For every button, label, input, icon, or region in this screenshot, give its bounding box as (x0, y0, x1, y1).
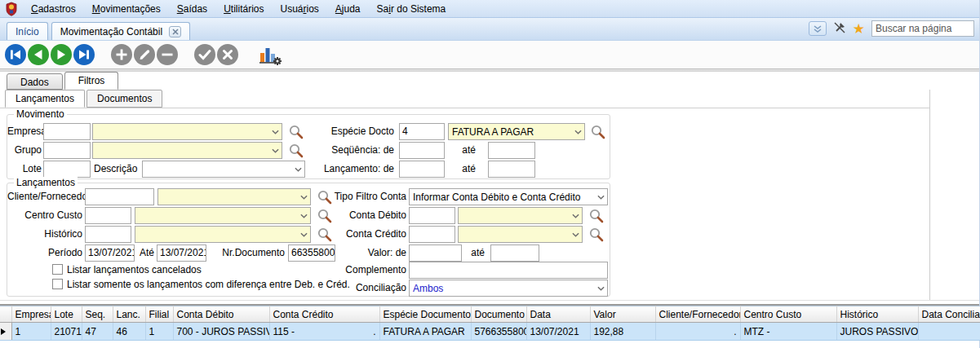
tab-dados[interactable]: Dados (7, 73, 63, 90)
first-record-icon[interactable] (5, 44, 26, 65)
col-filial[interactable]: Filial (145, 306, 173, 323)
col-valor[interactable]: Valor (590, 306, 655, 323)
menu-cadastros[interactable]: Cadastros (23, 2, 84, 16)
col-documento[interactable]: Documento (471, 306, 526, 323)
col-historico[interactable]: Histórico (836, 306, 918, 323)
centro-custo-code-input[interactable] (85, 207, 131, 224)
close-icon[interactable] (169, 26, 181, 37)
sub-tab-strip: Lançamentos Documentos (0, 90, 929, 108)
last-record-icon[interactable] (73, 44, 95, 65)
lancamento-ate-label: até (451, 163, 476, 175)
lote-input[interactable] (43, 161, 91, 178)
listar-diferenca-checkbox[interactable] (52, 279, 63, 289)
conta-debito-combo[interactable] (458, 207, 583, 224)
valor-ate-input[interactable] (490, 244, 539, 262)
col-data[interactable]: Data (526, 306, 590, 323)
chevron-down-icon (570, 214, 582, 218)
col-lote[interactable]: Lote (51, 306, 82, 323)
main-tab-strip: Dados Filtros (0, 72, 979, 90)
periodo-de-input[interactable]: 13/07/2021 (85, 244, 135, 262)
more-options-icon[interactable] (809, 21, 827, 36)
search-input[interactable] (871, 20, 974, 37)
col-centro-custo[interactable]: Centro Custo (740, 306, 836, 323)
cliente-fornecedor-combo[interactable] (157, 188, 311, 205)
favorite-star-icon[interactable]: ★ (853, 22, 865, 36)
menu-usuarios[interactable]: Usuários (272, 2, 326, 16)
conta-debito-lookup-icon[interactable] (588, 208, 604, 223)
splitter[interactable] (0, 300, 979, 306)
col-conta-credito[interactable]: Conta Crédito (269, 306, 379, 323)
grupo-code-input[interactable] (43, 142, 91, 159)
conta-credito-combo[interactable] (458, 226, 583, 243)
especie-docto-lookup-icon[interactable] (590, 124, 605, 139)
especie-docto-code-input[interactable]: 4 (399, 123, 445, 140)
periodo-label: Período (7, 247, 82, 259)
chevron-down-icon (298, 214, 310, 218)
chart-settings-icon[interactable] (258, 43, 282, 66)
sequencia-ate-input[interactable] (488, 142, 535, 159)
menu-movimentacoes[interactable]: Movimentações (84, 2, 169, 16)
listar-cancelados-checkbox[interactable] (52, 264, 63, 275)
tab-filtros[interactable]: Filtros (64, 72, 119, 90)
unpin-icon[interactable] (833, 21, 846, 37)
menu-sair-do-sistema[interactable]: Sair do Sistema (369, 2, 455, 16)
edit-icon[interactable] (134, 44, 155, 65)
empresa-combo[interactable] (92, 123, 282, 140)
lancamento-de-input[interactable] (399, 161, 445, 178)
historico-code-input[interactable] (85, 226, 131, 243)
menu-saidas[interactable]: Saídas (169, 2, 215, 16)
historico-label: Histórico (7, 228, 82, 240)
valor-de-input[interactable] (409, 244, 462, 262)
menu-ajuda[interactable]: Ajuda (327, 2, 369, 16)
add-icon[interactable] (111, 44, 132, 65)
centro-custo-combo[interactable] (135, 207, 311, 224)
sequencia-de-label: Seqüência: de (277, 144, 394, 156)
complemento-label: Complemento (330, 264, 406, 276)
cancel-icon[interactable] (217, 44, 238, 65)
col-seq[interactable]: Seq. (82, 306, 113, 323)
periodo-ate-label: Até (136, 247, 154, 259)
results-grid: Empresa Lote Seq. Lanc. Filial Conta Déb… (0, 306, 980, 341)
col-cliente-fornecedor[interactable]: Cliente/Fornecedor (655, 306, 740, 323)
chevron-down-icon (595, 195, 607, 200)
confirm-icon[interactable] (194, 44, 215, 65)
tab-movimentacao-contabil[interactable]: Movimentação Contábil (51, 22, 190, 40)
col-especie-documento[interactable]: Espécie Documento (379, 306, 471, 323)
tab-bar-tools: ★ (809, 20, 974, 37)
conciliacao-combo[interactable]: Ambos (409, 280, 608, 297)
historico-combo[interactable] (135, 226, 311, 243)
sequencia-de-input[interactable] (399, 142, 445, 159)
col-conta-debito[interactable]: Conta Débito (173, 306, 269, 323)
lancamento-ate-input[interactable] (488, 161, 535, 178)
group-title: Movimento (14, 108, 67, 120)
conta-credito-lookup-icon[interactable] (588, 227, 604, 242)
periodo-ate-input[interactable]: 13/07/2021 (157, 244, 206, 262)
tab-lancamentos[interactable]: Lançamentos (5, 90, 85, 108)
row-selector-header (0, 306, 11, 323)
especie-docto-combo[interactable]: FATURA A PAGAR (448, 123, 585, 140)
toolbar (0, 41, 979, 68)
table-row[interactable]: 1 21071 47 46 1 700 - JUROS PASSIVOS 115… (0, 323, 980, 341)
centro-custo-label: Centro Custo (7, 209, 82, 222)
empresa-code-input[interactable] (43, 123, 91, 140)
groupbox-lancamentos: Lançamentos Cliente/Fornecedor Tipo Filt… (7, 183, 610, 297)
conta-credito-code-input[interactable] (409, 226, 455, 243)
cell-lanc: 46 (113, 323, 145, 341)
nr-documento-input[interactable]: 66355800 (288, 244, 335, 262)
next-record-icon[interactable] (51, 44, 72, 65)
col-empresa[interactable]: Empresa (11, 306, 51, 323)
conta-debito-code-input[interactable] (409, 207, 455, 224)
valor-ate-label: até (464, 247, 485, 259)
chevron-down-icon (570, 232, 582, 237)
tab-inicio[interactable]: Início (7, 22, 48, 40)
tab-documentos[interactable]: Documentos (86, 90, 162, 108)
grupo-combo[interactable] (92, 142, 282, 159)
previous-record-icon[interactable] (28, 44, 49, 65)
tipo-filtro-conta-combo[interactable]: Informar Conta Débito e Conta Crédito (409, 188, 608, 205)
remove-icon[interactable] (157, 44, 178, 65)
complemento-input[interactable] (409, 262, 608, 279)
menu-utilitarios[interactable]: Utilitários (215, 2, 272, 16)
cliente-fornecedor-code-input[interactable] (85, 188, 154, 205)
col-lanc[interactable]: Lanc. (113, 306, 145, 323)
col-data-conciliacao[interactable]: Data Conciliação (918, 306, 980, 323)
